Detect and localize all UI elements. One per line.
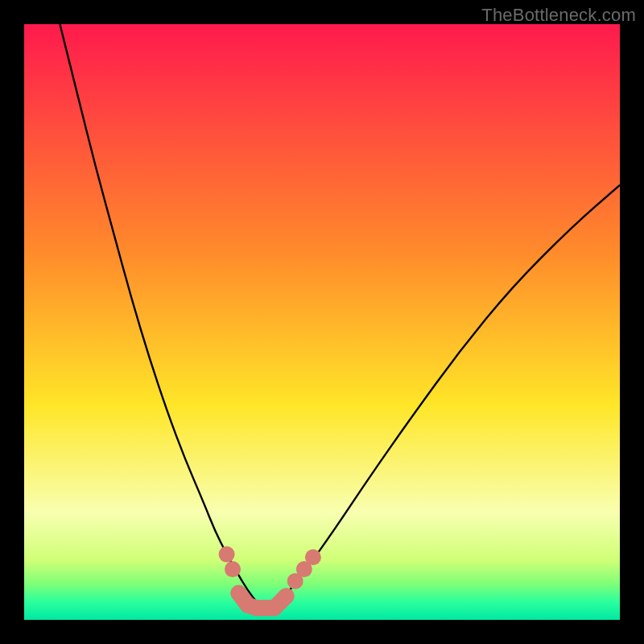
marker-dot [225,561,241,577]
outer-frame: TheBottleneck.com [0,0,644,644]
marker-dot [305,549,321,565]
marker-dot [219,547,235,563]
plot-area [24,24,620,620]
watermark-text: TheBottleneck.com [481,5,636,26]
marker-dot [279,588,295,604]
curve-right [266,185,620,611]
marker-dot [266,600,283,616]
curve-left [60,24,265,611]
marker-group [219,547,321,617]
curve-layer [24,24,620,620]
